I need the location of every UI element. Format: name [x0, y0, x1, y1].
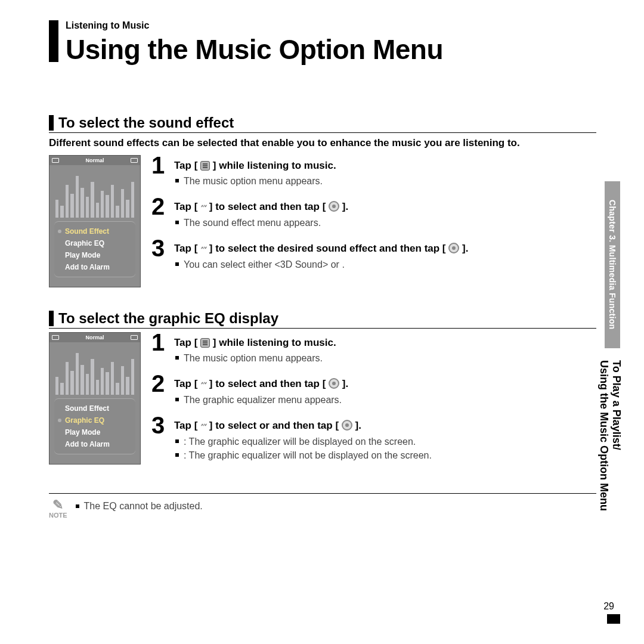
steps: 1Tap [ ] while listening to music.The mu… [151, 155, 596, 287]
content: To select the sound effectDifferent soun… [49, 114, 596, 470]
ok-icon [329, 201, 339, 212]
note-text: The EQ cannot be adjusted. [75, 499, 203, 512]
device-menu-item: Graphic EQ [57, 414, 133, 426]
device-statusbar: Normal [49, 333, 140, 342]
device-menu-item: Graphic EQ [57, 237, 133, 249]
breadcrumb: Listening to Music [66, 20, 596, 31]
device-mode: Normal [85, 157, 104, 163]
step-instruction: Tap [ ˄˅ ] to select the desired sound e… [174, 243, 468, 254]
device-eq [55, 170, 134, 218]
step-sub-item: : The graphic equalizer will be displaye… [174, 436, 596, 448]
chapter-tab: Chapter 3. Multimedia Function [605, 181, 620, 348]
topic-line-2: Using the Music Option Menu [597, 360, 610, 511]
step-instruction: Tap [ ˄˅ ] to select and then tap [ ]. [174, 201, 348, 212]
step-sublist: The graphic equalizer menu appears. [174, 394, 596, 406]
section-bar [49, 115, 54, 131]
step-instruction: Tap [ ] while listening to music. [174, 337, 336, 348]
step-number: 1 [151, 155, 168, 189]
section-intro: Different sound effects can be selected … [49, 137, 596, 149]
step: 1Tap [ ] while listening to music.The mu… [151, 155, 596, 189]
step-sublist: : The graphic equalizer will be displaye… [174, 436, 596, 462]
section: To select the sound effectDifferent soun… [49, 114, 596, 287]
ok-icon [329, 378, 339, 389]
section-header: To select the sound effect [49, 114, 596, 133]
step-text: Tap [ ˄˅ ] to select and then tap [ ].Th… [174, 196, 596, 231]
step-sub-item: The music option menu appears. [174, 352, 596, 364]
topic-tab: To Play a Playlist/ Using the Music Opti… [597, 360, 623, 511]
ok-icon [448, 243, 459, 253]
section-title: To select the graphic EQ display [58, 310, 278, 327]
note-icon: ✎ NOTE [49, 499, 67, 519]
device-menu-item: Play Mode [57, 249, 133, 261]
step: 1Tap [ ] while listening to music.The mu… [151, 332, 596, 366]
step: 2Tap [ ˄˅ ] to select and then tap [ ].T… [151, 373, 596, 408]
note-row: ✎ NOTE The EQ cannot be adjusted. [49, 493, 596, 519]
device-menu-item: Add to Alarm [57, 438, 133, 450]
section-header: To select the graphic EQ display [49, 310, 596, 329]
section-body: NormalSound EffectGraphic EQPlay ModeAdd… [49, 155, 596, 287]
device-eq [55, 347, 134, 395]
up-down-icon: ˄˅ [200, 246, 206, 255]
step-number: 2 [151, 373, 168, 408]
pencil-icon: ✎ [49, 499, 67, 512]
page-title: Using the Music Option Menu [66, 33, 596, 66]
menu-icon [200, 338, 210, 348]
up-down-icon: ˄˅ [200, 423, 206, 432]
ok-icon [342, 420, 352, 431]
step-number: 3 [151, 238, 168, 273]
device-screenshot: NormalSound EffectGraphic EQPlay ModeAdd… [49, 155, 141, 287]
device-menu-item: Sound Effect [57, 225, 133, 237]
step-number: 1 [151, 332, 168, 366]
device-menu: Sound EffectGraphic EQPlay ModeAdd to Al… [54, 221, 135, 277]
step-instruction: Tap [ ˄˅ ] to select and then tap [ ]. [174, 378, 348, 389]
step-text: Tap [ ˄˅ ] to select or and then tap [ ]… [174, 415, 596, 463]
menu-icon [200, 161, 210, 171]
header-marker [49, 20, 58, 62]
step: 3Tap [ ˄˅ ] to select or and then tap [ … [151, 415, 596, 463]
step-sub-item: : The graphic equalizer will not be disp… [174, 450, 596, 462]
device-menu-item: Add to Alarm [57, 261, 133, 273]
section-title: To select the sound effect [58, 114, 234, 131]
step-text: Tap [ ] while listening to music.The mus… [174, 155, 596, 189]
step-number: 2 [151, 196, 168, 231]
section-body: NormalSound EffectGraphic EQPlay ModeAdd… [49, 332, 596, 470]
battery-icon [131, 335, 138, 340]
section: To select the graphic EQ displayNormalSo… [49, 310, 596, 470]
up-down-icon: ˄˅ [200, 381, 206, 391]
topic-line-1: To Play a Playlist/ [611, 360, 623, 450]
step-sub-item: The sound effect menu appears. [174, 217, 596, 229]
device-menu-item: Play Mode [57, 426, 133, 438]
status-icon [52, 335, 59, 340]
step-sublist: The sound effect menu appears. [174, 217, 596, 229]
step-sub-item: The graphic equalizer menu appears. [174, 394, 596, 406]
step-text: Tap [ ˄˅ ] to select the desired sound e… [174, 238, 596, 273]
step-instruction: Tap [ ] while listening to music. [174, 160, 336, 171]
step-number: 3 [151, 415, 168, 463]
device-screenshot: NormalSound EffectGraphic EQPlay ModeAdd… [49, 332, 141, 465]
step-sublist: The music option menu appears. [174, 175, 596, 187]
note-label: NOTE [49, 512, 67, 519]
page-number: 29 [603, 601, 614, 612]
step-sub-item: You can select either <3D Sound> or . [174, 259, 596, 271]
step: 2Tap [ ˄˅ ] to select and then tap [ ].T… [151, 196, 596, 231]
device-menu: Sound EffectGraphic EQPlay ModeAdd to Al… [54, 398, 135, 454]
section-bar [49, 311, 54, 326]
footer-marker [607, 614, 620, 624]
step-instruction: Tap [ ˄˅ ] to select or and then tap [ ]… [174, 420, 361, 431]
up-down-icon: ˄˅ [200, 204, 206, 213]
step: 3Tap [ ˄˅ ] to select the desired sound … [151, 238, 596, 273]
steps: 1Tap [ ] while listening to music.The mu… [151, 332, 596, 470]
step-sublist: The music option menu appears. [174, 352, 596, 364]
status-icon [52, 158, 59, 163]
device-statusbar: Normal [49, 156, 140, 165]
step-text: Tap [ ] while listening to music.The mus… [174, 332, 596, 366]
device-menu-item: Sound Effect [57, 402, 133, 414]
battery-icon [131, 158, 138, 163]
step-text: Tap [ ˄˅ ] to select and then tap [ ].Th… [174, 373, 596, 408]
device-mode: Normal [85, 335, 104, 340]
step-sublist: You can select either <3D Sound> or . [174, 259, 596, 271]
step-sub-item: The music option menu appears. [174, 175, 596, 187]
